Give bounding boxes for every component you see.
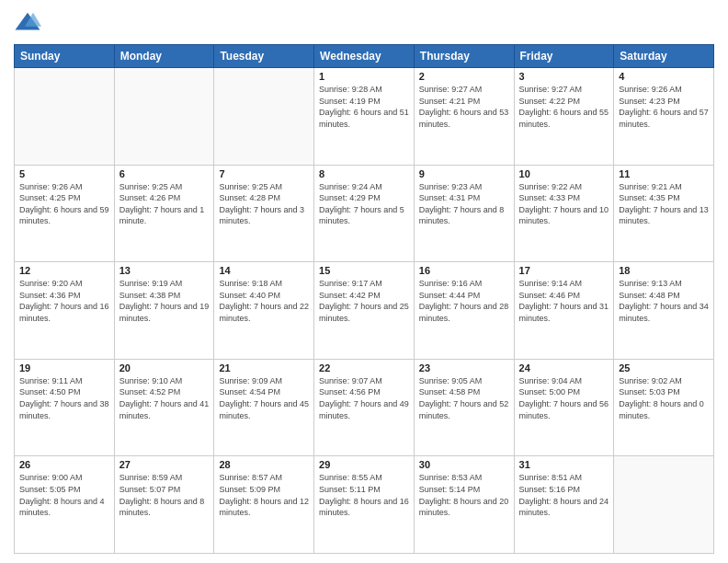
day-info: Sunrise: 9:07 AM Sunset: 4:56 PM Dayligh… [319,375,409,421]
table-row: 14Sunrise: 9:18 AM Sunset: 4:40 PM Dayli… [214,262,314,360]
day-number: 29 [319,459,409,470]
header-friday: Friday [514,45,614,68]
day-number: 4 [619,71,709,82]
calendar-header-row: Sunday Monday Tuesday Wednesday Thursday… [15,45,714,68]
table-row: 22Sunrise: 9:07 AM Sunset: 4:56 PM Dayli… [314,359,415,456]
day-number: 22 [319,362,409,373]
day-number: 10 [519,168,609,179]
day-info: Sunrise: 9:23 AM Sunset: 4:31 PM Dayligh… [419,181,509,227]
day-number: 15 [319,265,409,276]
day-info: Sunrise: 9:25 AM Sunset: 4:26 PM Dayligh… [119,181,210,227]
calendar-week-row: 19Sunrise: 9:11 AM Sunset: 4:50 PM Dayli… [15,359,714,456]
day-info: Sunrise: 9:00 AM Sunset: 5:05 PM Dayligh… [19,472,109,518]
day-info: Sunrise: 9:22 AM Sunset: 4:33 PM Dayligh… [519,181,609,227]
table-row: 30Sunrise: 8:53 AM Sunset: 5:14 PM Dayli… [414,456,514,554]
table-row: 11Sunrise: 9:21 AM Sunset: 4:35 PM Dayli… [614,165,714,262]
day-info: Sunrise: 9:10 AM Sunset: 4:52 PM Dayligh… [119,375,210,421]
calendar-table: Sunday Monday Tuesday Wednesday Thursday… [14,44,714,554]
page: Sunday Monday Tuesday Wednesday Thursday… [0,0,728,563]
day-info: Sunrise: 9:24 AM Sunset: 4:29 PM Dayligh… [319,181,409,227]
day-number: 31 [519,459,609,470]
day-info: Sunrise: 8:55 AM Sunset: 5:11 PM Dayligh… [319,472,409,518]
header [14,9,714,37]
day-info: Sunrise: 9:28 AM Sunset: 4:19 PM Dayligh… [319,84,409,130]
table-row: 16Sunrise: 9:16 AM Sunset: 4:44 PM Dayli… [414,262,514,360]
table-row: 21Sunrise: 9:09 AM Sunset: 4:54 PM Dayli… [214,359,314,456]
day-info: Sunrise: 9:04 AM Sunset: 5:00 PM Dayligh… [519,375,609,421]
table-row: 20Sunrise: 9:10 AM Sunset: 4:52 PM Dayli… [114,359,214,456]
day-info: Sunrise: 9:27 AM Sunset: 4:22 PM Dayligh… [519,84,609,130]
table-row: 2Sunrise: 9:27 AM Sunset: 4:21 PM Daylig… [414,68,514,166]
table-row: 25Sunrise: 9:02 AM Sunset: 5:03 PM Dayli… [614,359,714,456]
day-number: 12 [19,265,109,276]
table-row: 12Sunrise: 9:20 AM Sunset: 4:36 PM Dayli… [15,262,115,360]
header-thursday: Thursday [414,45,514,68]
header-monday: Monday [114,45,214,68]
day-number: 8 [319,168,409,179]
day-info: Sunrise: 8:59 AM Sunset: 5:07 PM Dayligh… [119,472,210,518]
table-row: 19Sunrise: 9:11 AM Sunset: 4:50 PM Dayli… [15,359,115,456]
day-number: 25 [619,362,709,373]
day-number: 7 [219,168,309,179]
day-info: Sunrise: 9:20 AM Sunset: 4:36 PM Dayligh… [19,278,109,324]
header-saturday: Saturday [614,45,714,68]
calendar-week-row: 5Sunrise: 9:26 AM Sunset: 4:25 PM Daylig… [15,165,714,262]
day-info: Sunrise: 9:18 AM Sunset: 4:40 PM Dayligh… [219,278,309,324]
day-info: Sunrise: 9:14 AM Sunset: 4:46 PM Dayligh… [519,278,609,324]
table-row [214,68,314,166]
day-info: Sunrise: 9:05 AM Sunset: 4:58 PM Dayligh… [419,375,509,421]
table-row: 18Sunrise: 9:13 AM Sunset: 4:48 PM Dayli… [614,262,714,360]
day-number: 1 [319,71,409,82]
table-row: 27Sunrise: 8:59 AM Sunset: 5:07 PM Dayli… [114,456,214,554]
table-row: 24Sunrise: 9:04 AM Sunset: 5:00 PM Dayli… [514,359,614,456]
day-number: 14 [219,265,309,276]
day-info: Sunrise: 9:21 AM Sunset: 4:35 PM Dayligh… [619,181,709,227]
table-row [614,456,714,554]
day-number: 11 [619,168,709,179]
day-number: 5 [19,168,109,179]
day-number: 13 [119,265,210,276]
calendar-week-row: 12Sunrise: 9:20 AM Sunset: 4:36 PM Dayli… [15,262,714,360]
table-row: 17Sunrise: 9:14 AM Sunset: 4:46 PM Dayli… [514,262,614,360]
day-info: Sunrise: 9:09 AM Sunset: 4:54 PM Dayligh… [219,375,309,421]
table-row: 10Sunrise: 9:22 AM Sunset: 4:33 PM Dayli… [514,165,614,262]
day-number: 30 [419,459,509,470]
table-row: 29Sunrise: 8:55 AM Sunset: 5:11 PM Dayli… [314,456,415,554]
day-info: Sunrise: 8:57 AM Sunset: 5:09 PM Dayligh… [219,472,309,518]
day-number: 28 [219,459,309,470]
day-info: Sunrise: 9:16 AM Sunset: 4:44 PM Dayligh… [419,278,509,324]
day-info: Sunrise: 9:25 AM Sunset: 4:28 PM Dayligh… [219,181,309,227]
table-row: 26Sunrise: 9:00 AM Sunset: 5:05 PM Dayli… [15,456,115,554]
table-row: 28Sunrise: 8:57 AM Sunset: 5:09 PM Dayli… [214,456,314,554]
day-number: 9 [419,168,509,179]
day-number: 3 [519,71,609,82]
day-info: Sunrise: 9:27 AM Sunset: 4:21 PM Dayligh… [419,84,509,130]
day-number: 2 [419,71,509,82]
day-number: 19 [19,362,109,373]
day-info: Sunrise: 9:17 AM Sunset: 4:42 PM Dayligh… [319,278,409,324]
day-info: Sunrise: 9:02 AM Sunset: 5:03 PM Dayligh… [619,375,709,421]
day-number: 18 [619,265,709,276]
table-row [114,68,214,166]
logo-icon [14,9,41,37]
day-number: 6 [119,168,210,179]
table-row: 6Sunrise: 9:25 AM Sunset: 4:26 PM Daylig… [114,165,214,262]
table-row: 1Sunrise: 9:28 AM Sunset: 4:19 PM Daylig… [314,68,415,166]
logo [14,9,45,37]
table-row: 15Sunrise: 9:17 AM Sunset: 4:42 PM Dayli… [314,262,415,360]
day-info: Sunrise: 9:13 AM Sunset: 4:48 PM Dayligh… [619,278,709,324]
calendar-week-row: 1Sunrise: 9:28 AM Sunset: 4:19 PM Daylig… [15,68,714,166]
calendar-week-row: 26Sunrise: 9:00 AM Sunset: 5:05 PM Dayli… [15,456,714,554]
day-number: 23 [419,362,509,373]
header-sunday: Sunday [15,45,115,68]
table-row: 31Sunrise: 8:51 AM Sunset: 5:16 PM Dayli… [514,456,614,554]
table-row: 8Sunrise: 9:24 AM Sunset: 4:29 PM Daylig… [314,165,415,262]
day-info: Sunrise: 9:26 AM Sunset: 4:23 PM Dayligh… [619,84,709,130]
table-row: 9Sunrise: 9:23 AM Sunset: 4:31 PM Daylig… [414,165,514,262]
table-row: 3Sunrise: 9:27 AM Sunset: 4:22 PM Daylig… [514,68,614,166]
day-info: Sunrise: 8:51 AM Sunset: 5:16 PM Dayligh… [519,472,609,518]
day-info: Sunrise: 9:11 AM Sunset: 4:50 PM Dayligh… [19,375,109,421]
header-tuesday: Tuesday [214,45,314,68]
day-number: 27 [119,459,210,470]
table-row: 5Sunrise: 9:26 AM Sunset: 4:25 PM Daylig… [15,165,115,262]
